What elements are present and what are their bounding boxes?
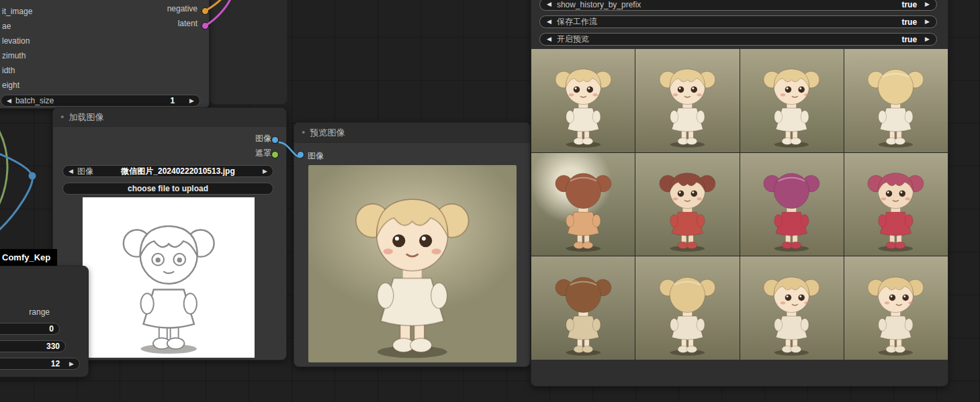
batch-size-label: batch_size [15,96,54,105]
toggle-left-icon[interactable]: ◀ [547,19,551,25]
toggle-value: true [901,35,917,44]
increment-icon[interactable]: ▶ [69,361,74,367]
image-history-node[interactable]: ◀ show_history_by_prefix true ▶ ◀ 保存工作流 … [531,0,948,387]
history-grid [531,49,948,360]
toggle-show-history-by-prefix[interactable]: ◀ show_history_by_prefix true ▶ [539,0,937,11]
next-file-icon[interactable]: ▶ [263,168,267,174]
number-widget-3[interactable]: 12 ▶ [0,358,80,370]
conditioning-node[interactable]: it_image ae levation zimuth idth eight n… [0,0,210,109]
cropped-node-body[interactable] [210,0,287,105]
batch-size-value: 1 [170,96,175,105]
image-input-dot[interactable] [298,152,304,158]
image-output-label: 图像 [255,133,271,144]
toggle-right-icon[interactable]: ▶ [925,1,930,7]
history-image-cell [635,256,739,360]
choose-file-button[interactable]: choose file to upload [62,183,273,195]
history-image-cell [844,256,948,360]
history-image-cell [740,153,844,256]
image-input-label: 图像 [308,150,324,162]
prev-file-icon[interactable]: ◀ [69,168,73,174]
toggle-value: true [901,0,917,9]
toggle-label: 保存工作流 [557,16,597,28]
toggle-enable-preview[interactable]: ◀ 开启预览 true ▶ [539,33,937,46]
mask-output-dot[interactable] [272,152,278,158]
negative-output-dot[interactable] [202,8,208,14]
decrement-icon[interactable]: ◀ [7,98,11,104]
image-filename-widget[interactable]: ◀ 图像 微信图片_20240222010513.jpg ▶ [62,165,273,177]
comfyui-canvas[interactable]: it_image ae levation zimuth idth eight n… [0,0,980,402]
mask-output-label: 遮罩 [255,148,271,159]
conditioning-input-list: it_image ae levation zimuth idth eight [2,4,32,93]
input-slot-label: ae [2,19,32,34]
history-image-cell [740,49,844,152]
toggle-left-icon[interactable]: ◀ [547,1,551,7]
blue-wire [0,153,32,232]
load-image-title-bar[interactable]: ● 加载图像 [53,108,286,127]
number-widget-value: 0 [49,324,54,334]
image-widget-label: 图像 [77,166,93,177]
range-label: range [29,307,50,317]
history-image-cell [531,153,635,256]
input-slot-label: eight [2,78,32,93]
image-output-dot[interactable] [272,137,278,143]
toggle-value: true [901,17,917,27]
input-slot-label: it_image [2,4,32,19]
history-image-cell [531,49,635,152]
history-image-cell [635,153,739,256]
collapse-dot-icon[interactable]: ● [302,130,305,136]
preview-image-node[interactable]: ● 预览图像 图像 [294,122,531,367]
toggle-right-icon[interactable]: ▶ [925,19,930,25]
green-wire [0,128,7,208]
history-image-cell [635,49,739,152]
image-filename-value: 微信图片_20240222010513.jpg [93,166,263,177]
number-widget-2[interactable]: 330 [0,340,66,352]
toggle-save-workflow[interactable]: ◀ 保存工作流 true ▶ [539,15,937,28]
batch-size-widget[interactable]: ◀ batch_size 1 ▶ [1,95,200,107]
toggle-label: show_history_by_prefix [557,0,641,9]
number-widget-1[interactable]: 0 [0,323,60,335]
collapsed-node-title[interactable]: Comfy_Kep [0,249,57,266]
history-image-cell [844,49,948,152]
preview-title: 预览图像 [310,127,345,139]
output-slot-label-negative: negative [167,4,197,13]
preview-image [308,165,517,362]
load-image-title: 加载图像 [69,111,103,123]
history-image-cell [844,153,948,256]
toggle-label: 开启预览 [557,34,589,45]
history-image-cell [531,256,635,360]
number-widget-value: 12 [51,359,60,368]
preview-title-bar[interactable]: ● 预览图像 [294,123,530,143]
lineart-image [83,197,255,358]
latent-output-dot[interactable] [202,23,208,29]
history-image-cell [740,256,844,360]
output-slot-label-latent: latent [178,19,197,28]
input-slot-label: levation [2,34,32,48]
toggle-right-icon[interactable]: ▶ [925,36,930,42]
collapse-dot-icon[interactable]: ● [60,114,64,120]
cropped-widget-node[interactable]: range 0 330 12 ▶ [0,266,89,377]
increment-icon[interactable]: ▶ [189,98,194,104]
reroute-dot [29,172,36,180]
toggle-left-icon[interactable]: ◀ [547,36,551,42]
input-slot-label: zimuth [2,48,32,63]
number-widget-value: 330 [46,342,60,351]
input-slot-label: idth [2,63,32,78]
